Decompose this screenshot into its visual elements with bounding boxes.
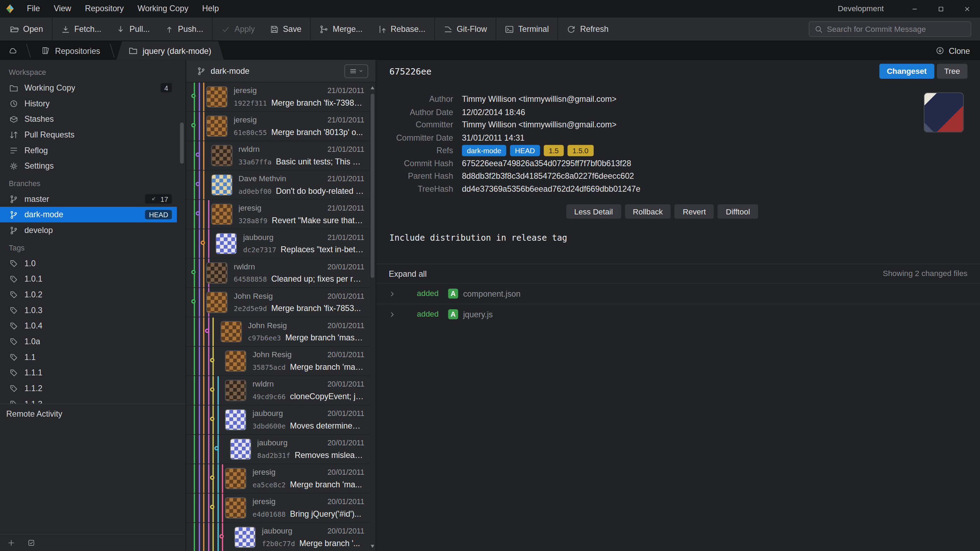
detail-header: 675226ee Changeset Tree xyxy=(376,60,980,82)
git-flow-button[interactable]: Git-Flow xyxy=(436,17,495,41)
terminal-button[interactable]: Terminal xyxy=(498,17,557,41)
sidebar-item-1-0-2[interactable]: 1.0.2 xyxy=(0,287,177,303)
sidebar-item-label: 1.0.2 xyxy=(24,290,43,300)
reflog-icon xyxy=(9,146,19,155)
rebase-button[interactable]: Rebase... xyxy=(370,17,433,41)
sidebar-item-1-0a[interactable]: 1.0a xyxy=(0,334,177,349)
refresh-button[interactable]: Refresh xyxy=(560,17,616,41)
cloud-button[interactable] xyxy=(0,41,25,60)
sidebar-item-stashes[interactable]: Stashes xyxy=(0,111,177,127)
detail-fields: AuthorTimmy Willison <timmywillisn@gmail… xyxy=(376,93,980,195)
sidebar-item-1-1[interactable]: 1.1 xyxy=(0,349,177,365)
sidebar-item-develop[interactable]: develop xyxy=(0,222,177,238)
commit-list-scroll-thumb[interactable] xyxy=(371,94,374,278)
ref-badge-1-5[interactable]: 1.5 xyxy=(544,145,563,156)
commit-row[interactable]: jaubourg20/01/2011f2b0c77dMerge branch '… xyxy=(186,523,369,551)
commit-row[interactable]: rwldrn20/01/201164588858Cleaned up; fixe… xyxy=(186,259,369,288)
search-box[interactable] xyxy=(809,21,971,37)
add-repository-button[interactable] xyxy=(7,539,15,546)
sidebar-scrollbar[interactable] xyxy=(180,122,185,406)
file-row[interactable]: addedAcomponent.json xyxy=(376,283,980,304)
open-button[interactable]: Open xyxy=(2,17,50,41)
sidebar-item-dark-mode[interactable]: dark-modeHEAD xyxy=(0,207,177,222)
expand-all-button[interactable]: Expand all xyxy=(389,269,426,278)
commit-row[interactable]: jaubourg20/01/20113dbd600eMoves determin… xyxy=(186,405,369,435)
sidebar-item-history[interactable]: History xyxy=(0,95,177,111)
sidebar-item-working-copy[interactable]: Working Copy4 xyxy=(0,80,177,96)
merge-button[interactable]: Merge... xyxy=(312,17,370,41)
field-label: Committer xyxy=(376,119,453,132)
fetch-button[interactable]: Fetch... xyxy=(54,17,109,41)
menu-file[interactable]: File xyxy=(20,0,47,17)
badge-text: 4 xyxy=(164,84,168,91)
commit-row-main: ad0ebf00Don't do body-related f... xyxy=(239,186,364,195)
sidebar-scroll-thumb[interactable] xyxy=(180,122,184,164)
commit-subject: Merge branch 'fix-7853... xyxy=(271,304,364,313)
commit-row[interactable]: jeresig21/01/20111922f311Merge branch 'f… xyxy=(186,83,369,112)
ref-badge-dark-mode[interactable]: dark-mode xyxy=(462,145,506,156)
ref-badge-1-5-0[interactable]: 1.5.0 xyxy=(567,145,593,156)
commit-row[interactable]: rwldrn21/01/201133a67ffaBasic unit tests… xyxy=(186,141,369,171)
commit-row[interactable]: jeresig20/01/2011e4d01688Bring jQuery('#… xyxy=(186,494,369,523)
checkbox-icon[interactable] xyxy=(28,539,35,546)
commit-row[interactable]: jaubourg21/01/2011dc2e7317Replaces "text… xyxy=(186,229,369,259)
commit-date: 20/01/2011 xyxy=(327,409,364,418)
ref-badge-head[interactable]: HEAD xyxy=(510,145,540,156)
sidebar-item-1-0[interactable]: 1.0 xyxy=(0,256,177,271)
save-button[interactable]: Save xyxy=(262,17,309,41)
rollback-button[interactable]: Rollback xyxy=(625,204,671,219)
tag-icon xyxy=(9,290,19,299)
sidebar-item-master[interactable]: master17 xyxy=(0,191,177,207)
pull-button[interactable]: Pull... xyxy=(109,17,157,41)
sidebar-item-1-1-1[interactable]: 1.1.1 xyxy=(0,365,177,381)
tab-tree[interactable]: Tree xyxy=(937,64,967,79)
revert-button[interactable]: Revert xyxy=(675,204,714,219)
commit-list-scrollbar[interactable] xyxy=(369,83,375,551)
sidebar-item-1-0-4[interactable]: 1.0.4 xyxy=(0,318,177,334)
commit-row[interactable]: jaubourg20/01/20118ad2b31fRemoves mislea… xyxy=(186,435,369,464)
breadcrumb-repositories[interactable]: Repositories xyxy=(33,41,109,60)
close-button[interactable] xyxy=(954,0,980,17)
commit-date: 21/01/2011 xyxy=(327,203,364,212)
commit-subject: Don't do body-related f... xyxy=(276,186,364,195)
sidebar-item-1-1-3[interactable]: 1.1.3 xyxy=(0,396,177,403)
less-detail-button[interactable]: Less Detail xyxy=(566,204,621,219)
sidebar-item-reflog[interactable]: Reflog xyxy=(0,142,177,158)
maximize-button[interactable] xyxy=(928,0,954,17)
scroll-down-arrow-icon[interactable] xyxy=(370,545,374,548)
clone-button[interactable]: Clone xyxy=(926,41,980,60)
scroll-up-arrow-icon[interactable] xyxy=(370,86,374,89)
commit-row[interactable]: John Resig20/01/201135875acdMerge branch… xyxy=(186,347,369,376)
commit-row[interactable]: John Resig20/01/20112e2d5e9dMerge branch… xyxy=(186,288,369,317)
sidebar-item-settings[interactable]: Settings xyxy=(0,158,177,174)
menu-help[interactable]: Help xyxy=(195,0,226,17)
commit-author-avatar xyxy=(211,174,232,195)
menu-view[interactable]: View xyxy=(47,0,78,17)
minimize-button[interactable] xyxy=(901,0,928,17)
list-options-button[interactable] xyxy=(344,64,368,78)
commit-row[interactable]: Dave Methvin21/01/2011ad0ebf00Don't do b… xyxy=(186,171,369,200)
sidebar-item-1-0-1[interactable]: 1.0.1 xyxy=(0,271,177,287)
commit-row[interactable]: jeresig21/01/2011328a8f9Revert "Make sur… xyxy=(186,200,369,229)
menu-working-copy[interactable]: Working Copy xyxy=(130,0,195,17)
file-row[interactable]: addedAjquery.js xyxy=(376,304,980,324)
menu-repository[interactable]: Repository xyxy=(78,0,130,17)
sidebar-item-label: 1.1.1 xyxy=(24,368,43,378)
commit-row[interactable]: jeresig20/01/2011ea5ce8c2Merge branch 'm… xyxy=(186,464,369,494)
sidebar-item-1-1-2[interactable]: 1.1.2 xyxy=(0,381,177,396)
sidebar-item-1-0-3[interactable]: 1.0.3 xyxy=(0,302,177,318)
search-icon xyxy=(815,25,823,33)
rebase-icon xyxy=(378,25,387,33)
apply-button[interactable]: Apply xyxy=(214,17,262,41)
commit-row[interactable]: jeresig21/01/201161e80c55Merge branch '8… xyxy=(186,112,369,141)
commit-row[interactable]: John Resig20/01/2011c97b6ee3Merge branch… xyxy=(186,317,369,347)
tab-changeset[interactable]: Changeset xyxy=(879,64,934,79)
commit-row[interactable]: rwldrn20/01/201149cd9c66cloneCopyEvent; … xyxy=(186,376,369,405)
field-label: Author Date xyxy=(376,106,453,119)
difftool-button[interactable]: Difftool xyxy=(718,204,759,219)
tab-repository[interactable]: jquery (dark-mode) xyxy=(116,41,224,60)
push-button[interactable]: Push... xyxy=(157,17,211,41)
sidebar-item-pull-requests[interactable]: Pull Requests xyxy=(0,127,177,143)
search-input[interactable] xyxy=(827,25,966,33)
commit-subject: Cleaned up; fixes per revi... xyxy=(271,274,364,284)
